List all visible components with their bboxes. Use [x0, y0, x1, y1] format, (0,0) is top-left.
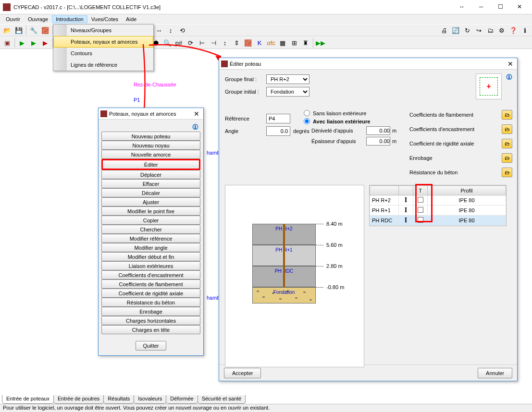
tab-isovaleurs[interactable]: Isovaleurs	[134, 395, 166, 404]
tool-icon[interactable]: ↔	[154, 25, 164, 36]
tool-icon[interactable]: ↕	[220, 37, 230, 48]
tool-icon[interactable]: ↪	[473, 25, 484, 36]
checkbox[interactable]	[418, 207, 423, 213]
reference-input[interactable]	[266, 114, 290, 123]
tool-icon[interactable]: 🧱	[40, 25, 50, 36]
menu-ouvrage[interactable]: Ouvrage	[24, 15, 52, 23]
tool-icon[interactable]: ♜	[300, 37, 311, 48]
menu-ouvrir[interactable]: Ouvrir	[2, 15, 24, 23]
poteaux-action-button[interactable]: Coefficients de flambement	[101, 279, 200, 289]
groupe-initial-select[interactable]: Fondation	[266, 87, 309, 97]
tool-icon[interactable]: ⇕	[231, 37, 242, 48]
tool-icon[interactable]: p#	[173, 37, 184, 48]
open-icon[interactable]: 📂	[2, 25, 12, 36]
tool-icon[interactable]: ⊢	[197, 37, 207, 48]
tool-icon[interactable]: ▶	[40, 37, 50, 48]
tab-entree-poutres[interactable]: Entrée de poutres	[53, 395, 104, 404]
restore-down-icon[interactable]: ↔	[452, 0, 471, 14]
dropdown-lignes[interactable]: Lignes de référence	[53, 59, 153, 71]
poteaux-action-button[interactable]: Effacer	[101, 179, 200, 188]
tool-icon[interactable]: ▣	[2, 37, 12, 48]
poteaux-action-button[interactable]: Ajuster	[101, 197, 200, 206]
poteaux-action-button[interactable]: Éditer	[101, 159, 200, 170]
checkbox[interactable]	[418, 217, 423, 223]
quit-button[interactable]: Quitter	[136, 341, 166, 351]
help-icon[interactable]: 🛈	[506, 73, 512, 81]
dialog-poteaux-titlebar[interactable]: Poteaux, noyaux et amorces ✕	[99, 108, 203, 120]
position-indicator[interactable]	[476, 73, 502, 99]
tool-icon[interactable]: 🗂	[485, 25, 495, 36]
tool-icon[interactable]: ▶▶	[315, 37, 326, 48]
poteaux-action-button[interactable]: Modifier le point fixe	[101, 206, 200, 216]
menu-aide[interactable]: Aide	[122, 15, 140, 23]
dropdown-niveaux[interactable]: Niveaux/Groupes	[53, 24, 153, 36]
tool-icon[interactable]: ▶	[17, 37, 27, 48]
poteaux-action-button[interactable]: Enrobage	[101, 307, 200, 316]
menu-vues[interactable]: Vues/Cotes	[87, 15, 122, 23]
tool-icon[interactable]: ↕	[165, 25, 176, 36]
poteaux-action-button[interactable]: Modifier angle	[101, 243, 200, 252]
coef-encastrement-button[interactable]: 🗁	[502, 124, 512, 134]
coef-rigidite-button[interactable]: 🗁	[502, 139, 512, 148]
poteaux-action-button[interactable]: Liaison extérieures	[101, 261, 200, 270]
tool-icon[interactable]: 🔍	[162, 37, 173, 48]
accepter-button[interactable]: Accepter	[224, 368, 261, 378]
poteaux-action-button[interactable]: Charges en tête	[101, 325, 200, 334]
tool-icon[interactable]: K	[254, 37, 265, 48]
poteaux-action-button[interactable]: Résistance du béton	[101, 298, 200, 307]
tool-icon[interactable]: ⟲	[177, 25, 187, 36]
dialog-edit-titlebar[interactable]: Éditer poteau ✕	[219, 58, 517, 70]
menu-introduction[interactable]: Introduction	[52, 15, 87, 23]
tool-icon[interactable]: αfc	[266, 37, 276, 48]
dialog-close-button[interactable]: ✕	[192, 110, 201, 118]
poteaux-action-button[interactable]: Copier	[101, 216, 200, 225]
poteaux-action-button[interactable]: Coefficient de rigidité axiale	[101, 289, 200, 298]
poteaux-action-button[interactable]: Nouvelle amorce	[101, 150, 200, 159]
poteaux-action-button[interactable]: Modifier début et fin	[101, 252, 200, 261]
poteaux-action-button[interactable]: Charges horizontales	[101, 316, 200, 325]
tool-icon[interactable]: ▶	[28, 37, 39, 48]
dropdown-poteaux[interactable]: Poteaux, noyaux et amorces	[53, 36, 153, 48]
angle-input[interactable]	[266, 126, 290, 136]
tab-securite[interactable]: Sécurité et santé	[198, 395, 246, 404]
poteaux-action-button[interactable]: Déplacer	[101, 170, 200, 179]
poteaux-action-button[interactable]: Nouveau poteau	[101, 132, 200, 141]
tab-resultats[interactable]: Résultats	[103, 395, 134, 404]
print-icon[interactable]: 🖨	[439, 25, 449, 36]
help-icon[interactable]: 🛈	[101, 122, 200, 132]
enrobage-button[interactable]: 🗁	[502, 153, 512, 163]
save-icon[interactable]: 💾	[13, 25, 24, 36]
tool-icon[interactable]: 🧱	[243, 37, 253, 48]
annuler-button[interactable]: Annuler	[478, 368, 512, 378]
tool-icon[interactable]: ⟳	[185, 37, 196, 48]
coef-flambement-button[interactable]: 🗁	[502, 110, 512, 120]
maximize-button[interactable]: ☐	[491, 0, 510, 14]
info-icon[interactable]: ℹ	[520, 25, 530, 36]
tool-icon[interactable]: ⊣	[208, 37, 219, 48]
tool-icon[interactable]: 🔄	[450, 25, 461, 36]
tab-entree-poteaux[interactable]: Entrée de poteaux	[2, 395, 54, 404]
poteaux-action-button[interactable]: Modifier référence	[101, 234, 200, 243]
dialog-close-button[interactable]: ✕	[506, 60, 515, 68]
tab-deformee[interactable]: Déformée	[166, 395, 198, 404]
groupe-final-select[interactable]: PH R+2	[266, 74, 309, 84]
radio-sans-liaison[interactable]: Sans liaison extérieure	[303, 110, 399, 116]
poteaux-action-button[interactable]: Nouveau noyau	[101, 141, 200, 150]
denivele-input[interactable]	[366, 126, 390, 135]
table-row[interactable]: PH R+1IIPE 80	[370, 206, 506, 216]
tool-icon[interactable]: ↻	[462, 25, 472, 36]
poteaux-action-button[interactable]: Décaler	[101, 188, 200, 197]
radio-avec-liaison[interactable]: Avec liaison extérieure	[303, 118, 399, 124]
epaisseur-input[interactable]	[366, 137, 390, 145]
tool-icon[interactable]: ▦	[277, 37, 288, 48]
poteaux-action-button[interactable]: Chercher	[101, 225, 200, 234]
table-row[interactable]: PH R+2IIPE 80	[370, 195, 506, 206]
dropdown-contours[interactable]: Contours	[53, 48, 153, 59]
checkbox[interactable]	[418, 197, 423, 203]
tool-icon[interactable]: ⊞	[289, 37, 299, 48]
tool-icon[interactable]: 🔧	[28, 25, 39, 36]
poteaux-action-button[interactable]: Coefficients d'encastrement	[101, 270, 200, 279]
help-icon[interactable]: ❓	[508, 25, 519, 36]
minimize-button[interactable]: ─	[471, 0, 491, 14]
settings-icon[interactable]: ⚙	[496, 25, 507, 36]
